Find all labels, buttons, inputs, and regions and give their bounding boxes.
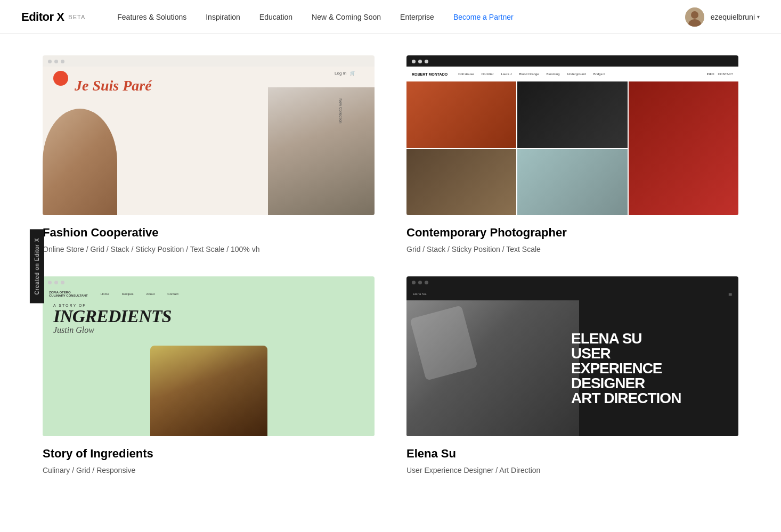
browser-dot-11 (418, 281, 422, 284)
nav-education[interactable]: Education (259, 13, 292, 21)
ingredients-inner: ZOFIA OTEROCulinary Consultant Home Reci… (43, 288, 375, 436)
elena-text-area: ELENA SUUSEREXPERIENCEDESIGNERART DIRECT… (566, 300, 738, 436)
card-title-ingredients: Story of Ingredients (43, 447, 375, 461)
sidebar-label: Created on Editor X (30, 229, 44, 303)
browser-dot-8 (54, 281, 58, 284)
fashion-red-circle (53, 71, 68, 86)
browser-dots-row-3 (43, 276, 375, 288)
card-tags-ingredients: Culinary / Grid / Responsive (43, 465, 375, 476)
ingredients-title-area: A STORY OF INGREDIENTS Justin Glow (53, 304, 375, 335)
photo-nav: Doll House On Filter Laura J Blood Orang… (458, 72, 605, 76)
elena-inner: Elena Su. ≡ ELENA SUUSEREXPERIENCEDESIGN… (406, 288, 738, 436)
fashion-image-left (43, 109, 117, 215)
cards-grid: Log In 🛒 Je Suis Paré New Collection Fas… (43, 55, 738, 476)
browser-dots-row-4 (406, 276, 738, 288)
browser-dot-1 (48, 60, 52, 63)
logo[interactable]: Editor X BETA (21, 10, 85, 24)
main-header: Editor X BETA Features & Solutions Inspi… (0, 0, 781, 34)
browser-dot-12 (425, 281, 428, 284)
fashion-login: Log In 🛒 (335, 71, 355, 76)
photo-top-bar: ROBERT MONTADO Doll House On Filter Laur… (406, 67, 738, 81)
fashion-title: Je Suis Paré (75, 77, 152, 94)
nav-enterprise[interactable]: Enterprise (400, 13, 434, 21)
avatar-image (685, 7, 704, 27)
logo-beta: BETA (68, 14, 85, 20)
browser-dots-row-2 (406, 55, 738, 67)
browser-dot-3 (61, 60, 64, 63)
photo-name: ROBERT MONTADO (412, 72, 448, 76)
main-content: Log In 🛒 Je Suis Paré New Collection Fas… (0, 34, 781, 497)
elena-site-name: Elena Su. (413, 292, 427, 296)
ingredients-script: Justin Glow (53, 325, 375, 335)
user-name-text: ezequielbruni (711, 13, 755, 21)
nav-features[interactable]: Features & Solutions (117, 13, 186, 21)
card-preview-fashion[interactable]: Log In 🛒 Je Suis Paré New Collection (43, 55, 375, 215)
card-elena-su: Elena Su. ≡ ELENA SUUSEREXPERIENCEDESIGN… (406, 276, 738, 476)
card-tags-elena: User Experience Designer / Art Direction (406, 465, 738, 476)
card-tags-photographer: Grid / Stack / Sticky Position / Text Sc… (406, 244, 738, 255)
browser-dot-9 (61, 281, 64, 284)
photo-cell-5 (517, 149, 627, 216)
card-preview-ingredients[interactable]: ZOFIA OTEROCulinary Consultant Home Reci… (43, 276, 375, 436)
ingredients-food-image (150, 346, 267, 436)
elena-menu-icon: ≡ (728, 289, 732, 299)
ingredients-main-title: INGREDIENTS (53, 307, 375, 325)
fashion-image-right (268, 87, 375, 215)
card-preview-elena[interactable]: Elena Su. ≡ ELENA SUUSEREXPERIENCEDESIGN… (406, 276, 738, 436)
card-fashion-cooperative: Log In 🛒 Je Suis Paré New Collection Fas… (43, 55, 375, 255)
fashion-text-vertical: New Collection (339, 99, 343, 124)
avatar (685, 7, 704, 27)
photographer-inner: ROBERT MONTADO Doll House On Filter Laur… (406, 67, 738, 215)
browser-dot-4 (412, 60, 416, 63)
browser-dot-7 (48, 281, 52, 284)
main-nav: Features & Solutions Inspiration Educati… (117, 13, 685, 21)
nav-new-coming[interactable]: New & Coming Soon (312, 13, 381, 21)
elena-main-title: ELENA SUUSEREXPERIENCEDESIGNERART DIRECT… (571, 331, 733, 406)
header-right: ezequielbruni ▾ (685, 7, 760, 27)
photo-cell-3 (629, 81, 738, 215)
ingredients-food-overlay (150, 346, 267, 436)
card-contemporary-photographer: ROBERT MONTADO Doll House On Filter Laur… (406, 55, 738, 255)
chevron-down-icon: ▾ (757, 14, 760, 20)
browser-dot-5 (418, 60, 422, 63)
photo-cell-2 (517, 81, 627, 148)
browser-dot-2 (54, 60, 58, 63)
card-ingredients: ZOFIA OTEROCulinary Consultant Home Reci… (43, 276, 375, 476)
svg-point-1 (691, 11, 698, 19)
elena-device (410, 305, 478, 381)
photo-cell-4 (406, 149, 516, 216)
user-name[interactable]: ezequielbruni ▾ (711, 13, 760, 21)
browser-dot-6 (425, 60, 428, 63)
elena-top-bar: Elena Su. ≡ (406, 288, 738, 300)
fashion-inner: Log In 🛒 Je Suis Paré New Collection (43, 67, 375, 215)
card-preview-photographer[interactable]: ROBERT MONTADO Doll House On Filter Laur… (406, 55, 738, 215)
photo-right: INFO CONTACT (706, 72, 733, 76)
card-title-photographer: Contemporary Photographer (406, 226, 738, 240)
card-title-fashion: Fashion Cooperative (43, 226, 375, 240)
elena-photo (406, 300, 579, 436)
nav-inspiration[interactable]: Inspiration (206, 13, 240, 21)
card-tags-fashion: Online Store / Grid / Stack / Sticky Pos… (43, 244, 375, 255)
browser-dot-10 (412, 281, 416, 284)
card-title-elena: Elena Su (406, 447, 738, 461)
photo-cell-1 (406, 81, 516, 148)
browser-dots-row (43, 55, 375, 67)
ingredients-logo: ZOFIA OTEROCulinary Consultant (49, 291, 88, 297)
logo-text: Editor X (21, 10, 64, 24)
photo-grid (406, 81, 738, 215)
nav-partner[interactable]: Become a Partner (453, 13, 514, 21)
ingredients-top-bar: ZOFIA OTEROCulinary Consultant Home Reci… (43, 288, 375, 300)
